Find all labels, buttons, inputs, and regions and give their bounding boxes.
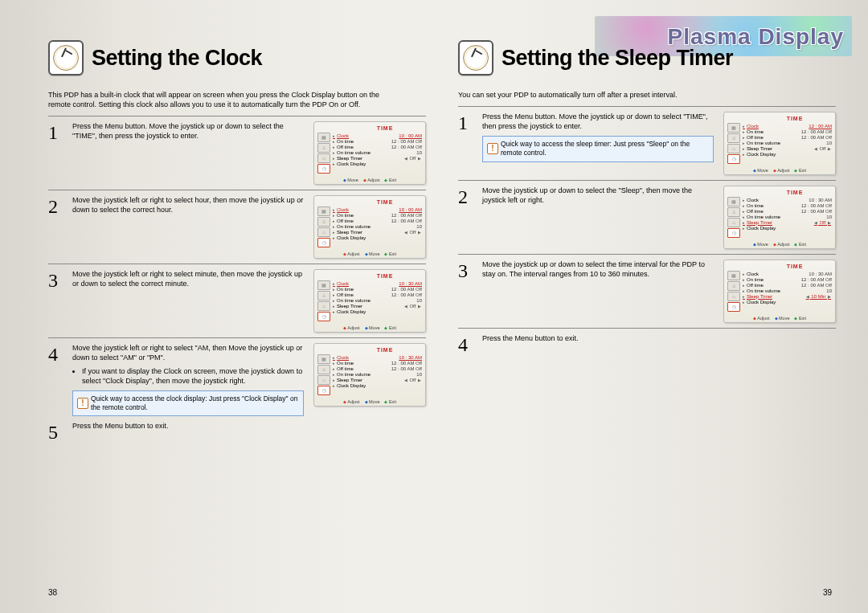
step-body: Press the Menu button. Move the joystick…: [482, 112, 714, 161]
menu-screenshot: TIME▦♫⌂◷Clock10 : 30 AMOn time12 : 00 AM…: [313, 269, 426, 333]
right-section-title: Setting the Sleep Timer: [502, 46, 733, 71]
clock-icon: [48, 40, 84, 76]
step-number: 1: [458, 112, 474, 161]
divider: [458, 106, 836, 107]
right-intro: You can set your PDP to automatically tu…: [458, 90, 812, 100]
divider: [48, 190, 426, 190]
menu-screenshot: TIME▦♫⌂◷Clock10 : 00 AMOn time12 : 00 AM…: [313, 121, 426, 185]
step-text: Press the Menu button. Move the joystick…: [482, 112, 708, 130]
left-step-2: 2 Move the joystick left or right to sel…: [48, 195, 426, 259]
divider: [48, 116, 426, 116]
right-step-2: 2 Move the joystick up or down to select…: [458, 186, 836, 249]
step-number: 2: [458, 186, 474, 206]
step-text: Move the joystick left or right to selec…: [72, 195, 304, 216]
menu-screenshot: TIME▦♫⌂◷Clock10 : 30 AMOn time12 : 00 AM…: [723, 260, 836, 323]
step-body: Move the joystick left or right to selec…: [72, 343, 304, 416]
left-intro: This PDP has a built-in clock that will …: [48, 90, 402, 109]
right-step-3: 3 Move the joystick up or down to select…: [458, 260, 836, 323]
page-number-right: 39: [823, 588, 832, 597]
divider: [458, 180, 836, 181]
step-bullet: If you want to display the Clock on scre…: [82, 366, 304, 386]
left-step-5: 5 Press the Menu button to exit.: [48, 421, 426, 442]
right-section-head: Setting the Sleep Timer: [458, 40, 836, 76]
left-column: Setting the Clock This PDP has a built-i…: [48, 40, 426, 581]
left-step-3: 3 Move the joystick left or right to sel…: [48, 269, 426, 333]
menu-screenshot: TIME▦♫⌂◷Clock10 : 00 AMOn time12 : 00 AM…: [313, 195, 426, 259]
left-section-title: Setting the Clock: [92, 46, 262, 71]
menu-screenshot: TIME▦♫⌂◷Clock12 : 00 AMOn time12 : 00 AM…: [723, 112, 836, 175]
right-step-1: 1 Press the Menu button. Move the joysti…: [458, 112, 836, 175]
step-number: 5: [48, 421, 64, 442]
step-number: 2: [48, 195, 64, 216]
step-number: 4: [458, 333, 474, 354]
divider: [48, 264, 426, 264]
step-number: 4: [48, 343, 64, 416]
page-number-left: 38: [48, 588, 57, 597]
clock-icon: [458, 40, 493, 76]
step-text: Move the joystick up or down to select t…: [482, 260, 714, 280]
left-step-4: 4 Move the joystick left or right to sel…: [48, 343, 426, 416]
step-number: 3: [48, 269, 64, 290]
menu-screenshot: TIME▦♫⌂◷Clock10 : 30 AMOn time12 : 00 AM…: [313, 343, 426, 407]
tip-box: Quick way to access the clock display: J…: [72, 390, 304, 416]
step-text: Move the joystick left or right to selec…: [72, 269, 304, 290]
right-column: Setting the Sleep Timer You can set your…: [458, 40, 836, 581]
divider: [48, 337, 426, 338]
step-text: Move the joystick up or down to select t…: [482, 186, 714, 206]
tip-box: Quick way to access the sleep timer: Jus…: [482, 136, 714, 161]
divider: [458, 328, 836, 329]
step-bullets: If you want to display the Clock on scre…: [72, 366, 304, 386]
step-text: Move the joystick left or right to selec…: [72, 344, 302, 362]
divider: [458, 254, 836, 255]
left-step-1: 1 Press the Menu button. Move the joysti…: [48, 121, 426, 185]
right-step-4: 4 Press the Menu button to exit.: [458, 333, 836, 354]
page-columns: Setting the Clock This PDP has a built-i…: [48, 40, 836, 581]
menu-screenshot: TIME▦♫⌂◷Clock10 : 30 AMOn time12 : 00 AM…: [723, 186, 836, 249]
step-text: Press the Menu button. Move the joystick…: [72, 121, 304, 142]
step-number: 1: [48, 121, 64, 142]
left-section-head: Setting the Clock: [48, 40, 426, 76]
step-text: Press the Menu button to exit.: [482, 333, 836, 354]
step-text: Press the Menu button to exit.: [72, 421, 426, 442]
step-number: 3: [458, 260, 474, 280]
